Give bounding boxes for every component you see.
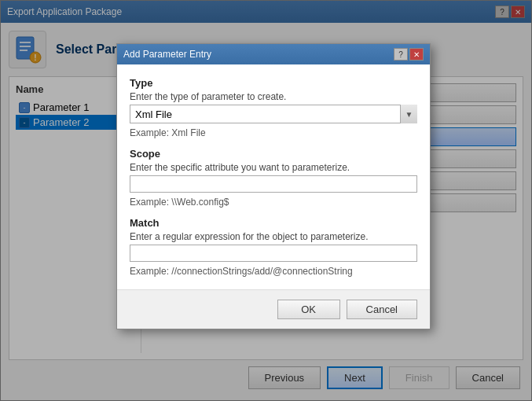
match-input[interactable] — [130, 245, 417, 262]
dialog-controls: ? ✕ — [394, 48, 424, 61]
dialog-body: Type Enter the type of parameter to crea… — [117, 64, 430, 289]
type-field-group: Type Enter the type of parameter to crea… — [130, 77, 417, 138]
dialog-footer: OK Cancel — [117, 289, 430, 329]
dialog-close-button[interactable]: ✕ — [409, 48, 424, 61]
match-desc: Enter a regular expression for the objec… — [130, 231, 417, 242]
scope-label: Scope — [130, 148, 417, 160]
type-label: Type — [130, 77, 417, 89]
match-field-group: Match Enter a regular expression for the… — [130, 217, 417, 277]
type-example: Example: Xml File — [130, 127, 417, 138]
dialog-titlebar: Add Parameter Entry ? ✕ — [117, 44, 430, 64]
type-desc: Enter the type of parameter to create. — [130, 91, 417, 102]
match-label: Match — [130, 217, 417, 229]
dialog-ok-button[interactable]: OK — [277, 300, 340, 319]
type-select-wrapper: Xml File Sql Connection String Plain Tex… — [130, 105, 417, 123]
scope-example: Example: \\Web.config$ — [130, 197, 417, 208]
scope-field-group: Scope Enter the specific attribute you w… — [130, 148, 417, 208]
dialog-help-button[interactable]: ? — [394, 48, 408, 61]
match-example: Example: //connectionStrings/add/@connec… — [130, 266, 417, 277]
scope-desc: Enter the specific attribute you want to… — [130, 162, 417, 173]
dialog-cancel-button[interactable]: Cancel — [347, 300, 417, 319]
type-select[interactable]: Xml File Sql Connection String Plain Tex… — [130, 105, 417, 123]
dialog-title: Add Parameter Entry — [123, 49, 211, 60]
scope-input[interactable] — [130, 175, 417, 193]
add-parameter-dialog: Add Parameter Entry ? ✕ Type Enter the t… — [116, 43, 431, 329]
